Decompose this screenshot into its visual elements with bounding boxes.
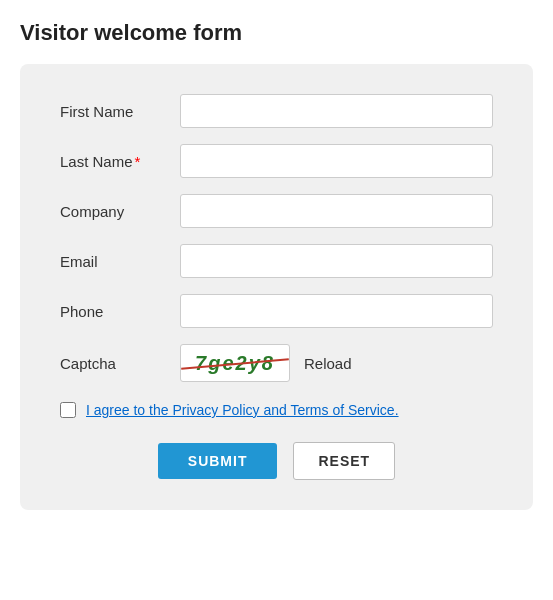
label-phone: Phone xyxy=(60,303,180,320)
label-first-name: First Name xyxy=(60,103,180,120)
page-title: Visitor welcome form xyxy=(20,20,533,46)
label-last-name: Last Name* xyxy=(60,153,180,170)
input-email[interactable] xyxy=(180,244,493,278)
input-first-name[interactable] xyxy=(180,94,493,128)
button-row: SUBMIT RESET xyxy=(60,442,493,480)
input-phone[interactable] xyxy=(180,294,493,328)
field-row-company: Company xyxy=(60,194,493,228)
captcha-row: Captcha 7ge2y8 Reload xyxy=(60,344,493,382)
privacy-checkbox[interactable] xyxy=(60,402,76,418)
privacy-row: I agree to the Privacy Policy and Terms … xyxy=(60,402,493,418)
field-row-first-name: First Name xyxy=(60,94,493,128)
form-card: First Name Last Name* Company Email Phon… xyxy=(20,64,533,510)
field-row-last-name: Last Name* xyxy=(60,144,493,178)
captcha-reload-button[interactable]: Reload xyxy=(304,355,352,372)
required-star: * xyxy=(135,153,141,170)
label-company: Company xyxy=(60,203,180,220)
captcha-label: Captcha xyxy=(60,355,180,372)
privacy-policy-link[interactable]: I agree to the Privacy Policy and Terms … xyxy=(86,402,399,418)
reset-button[interactable]: RESET xyxy=(293,442,395,480)
field-row-email: Email xyxy=(60,244,493,278)
field-row-phone: Phone xyxy=(60,294,493,328)
input-last-name[interactable] xyxy=(180,144,493,178)
submit-button[interactable]: SUBMIT xyxy=(158,443,278,479)
label-email: Email xyxy=(60,253,180,270)
captcha-image: 7ge2y8 xyxy=(180,344,290,382)
input-company[interactable] xyxy=(180,194,493,228)
